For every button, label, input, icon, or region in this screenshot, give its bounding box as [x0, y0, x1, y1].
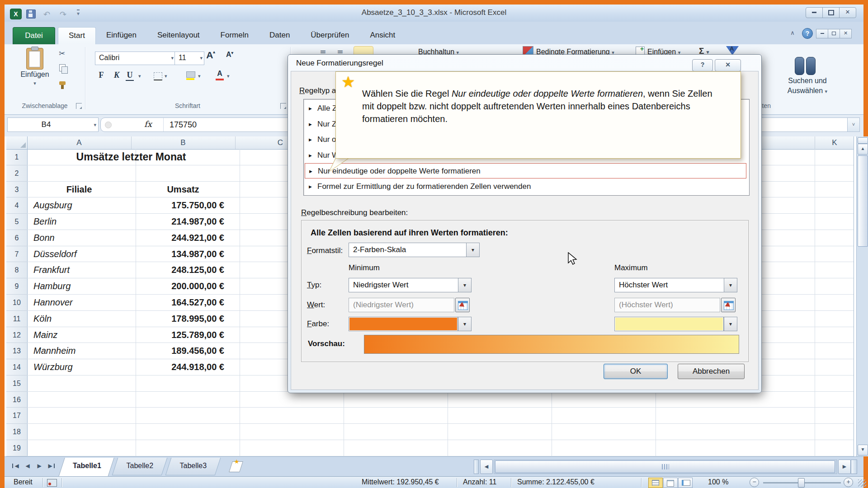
- find-select-button[interactable]: Suchen undAuswählen ▾: [768, 76, 847, 96]
- rule-type-item[interactable]: ► Nur eindeutige oder doppelte Werte for…: [305, 163, 746, 178]
- row-header[interactable]: 11: [6, 311, 27, 327]
- min-color-swatch[interactable]: [349, 317, 458, 331]
- cell-value[interactable]: 214.987,00 €: [131, 214, 235, 230]
- ribbon-tab[interactable]: Seitenlayout: [147, 27, 210, 44]
- min-value-input[interactable]: (Niedrigster Wert): [349, 298, 454, 312]
- cell-city[interactable]: Würzburg: [27, 359, 131, 375]
- row-header[interactable]: 17: [6, 408, 27, 424]
- first-sheet-icon[interactable]: ◀: [11, 460, 21, 471]
- cell-value[interactable]: 125.789,00 €: [131, 327, 235, 343]
- scroll-down-icon[interactable]: ▼: [858, 445, 868, 455]
- italic-button[interactable]: K: [111, 70, 122, 80]
- collapse-ribbon-icon[interactable]: ∧: [787, 28, 798, 38]
- zoom-level[interactable]: 100 %: [708, 478, 728, 486]
- max-value-input[interactable]: (Höchster Wert): [614, 298, 720, 312]
- cell-value[interactable]: 248.125,00 €: [131, 262, 235, 278]
- formula-value[interactable]: 175750: [170, 118, 197, 131]
- tab-datei[interactable]: Datei: [13, 27, 55, 45]
- cancel-button[interactable]: Abbrechen: [678, 364, 745, 379]
- save-icon[interactable]: [26, 9, 36, 19]
- cell-city[interactable]: Köln: [27, 311, 131, 327]
- font-color-dropdown-icon[interactable]: ▾: [227, 73, 230, 79]
- next-sheet-icon[interactable]: ▶: [34, 460, 44, 471]
- underline-button[interactable]: U: [126, 70, 134, 81]
- tab-split-handle[interactable]: [474, 460, 479, 474]
- zoom-slider-thumb[interactable]: [798, 478, 805, 488]
- cell-city[interactable]: Düsseldorf: [27, 246, 131, 263]
- row-header[interactable]: 3: [6, 182, 27, 198]
- cell-value[interactable]: 178.995,00 €: [131, 311, 235, 327]
- vscroll-thumb[interactable]: [858, 155, 868, 247]
- cell-b3-header[interactable]: Umsatz: [131, 182, 235, 198]
- ribbon-tab[interactable]: Start: [58, 27, 96, 44]
- row-header[interactable]: 5: [6, 214, 27, 230]
- cell-city[interactable]: Bonn: [27, 230, 131, 246]
- cell-city[interactable]: Mainz: [27, 327, 131, 343]
- zoom-in-icon[interactable]: +: [844, 478, 853, 487]
- max-type-combo[interactable]: Höchster Wert ▾: [614, 278, 737, 292]
- qat-dropdown-icon[interactable]: ▾: [77, 9, 80, 17]
- cell-value[interactable]: 164.527,00 €: [131, 295, 235, 311]
- row-header[interactable]: 4: [6, 197, 27, 214]
- dropdown-icon[interactable]: ▾: [724, 278, 737, 292]
- doc-minimize-button[interactable]: [816, 29, 828, 38]
- doc-close-button[interactable]: ✕: [840, 29, 852, 38]
- ribbon-tab[interactable]: Formeln: [210, 27, 259, 44]
- cell-city[interactable]: Augsburg: [27, 197, 131, 214]
- hscroll-right-icon[interactable]: ▶: [838, 460, 851, 474]
- min-color-dropdown[interactable]: ▾: [458, 317, 472, 331]
- row-header[interactable]: 12: [6, 327, 27, 343]
- font-name-combo[interactable]: Calibri▾: [95, 52, 175, 65]
- row-header[interactable]: 1: [6, 149, 27, 165]
- ribbon-tab[interactable]: Daten: [259, 27, 300, 44]
- last-sheet-icon[interactable]: ▶: [46, 460, 56, 471]
- page-layout-view-icon[interactable]: [663, 478, 678, 488]
- font-size-combo[interactable]: 11▾: [175, 52, 204, 65]
- expand-formula-bar-icon[interactable]: ˅: [847, 117, 860, 132]
- resize-grip[interactable]: [858, 479, 866, 487]
- hscroll-thumb[interactable]: [495, 460, 835, 473]
- normal-view-icon[interactable]: [648, 478, 663, 488]
- paste-button[interactable]: Einfügen▾: [14, 70, 55, 87]
- ribbon-tab[interactable]: Überprüfen: [300, 27, 359, 44]
- clipboard-dialog-launcher-icon[interactable]: [76, 103, 82, 109]
- sheet-tab[interactable]: Tabelle2: [112, 458, 168, 475]
- page-break-view-icon[interactable]: [678, 478, 693, 488]
- row-header[interactable]: 13: [6, 343, 27, 359]
- row-header[interactable]: 10: [6, 295, 27, 311]
- select-all-corner[interactable]: [6, 136, 28, 150]
- fx-icon[interactable]: fx: [144, 119, 152, 129]
- restore-button[interactable]: [822, 7, 840, 18]
- dialog-close-icon[interactable]: ✕: [715, 59, 741, 71]
- font-dialog-launcher-icon[interactable]: [280, 103, 286, 109]
- vertical-scrollbar[interactable]: ▲ ▼: [856, 136, 868, 456]
- cell-a3-header[interactable]: Filiale: [27, 182, 131, 198]
- grow-font-icon[interactable]: A▴: [205, 50, 216, 61]
- bold-button[interactable]: F: [96, 70, 107, 80]
- cell-city[interactable]: Hamburg: [27, 278, 131, 295]
- name-box[interactable]: B4 ▾: [7, 117, 99, 132]
- borders-dropdown-icon[interactable]: ▾: [165, 73, 167, 79]
- row-header[interactable]: 14: [6, 359, 27, 375]
- cell-city[interactable]: Frankfurt: [27, 262, 131, 278]
- rule-type-item[interactable]: ► Formel zur Ermittlung der zu formatier…: [305, 179, 746, 194]
- prev-sheet-icon[interactable]: ◀: [23, 460, 33, 471]
- column-header-k[interactable]: K: [815, 136, 854, 149]
- column-header[interactable]: A: [27, 136, 132, 149]
- insert-sheet-icon[interactable]: [229, 461, 243, 472]
- cell-value[interactable]: 134.987,00 €: [131, 246, 235, 263]
- name-box-dropdown-icon[interactable]: ▾: [94, 118, 96, 131]
- row-header[interactable]: 6: [6, 230, 27, 246]
- row-header[interactable]: 2: [6, 165, 27, 182]
- cell-city[interactable]: Mannheim: [27, 343, 131, 359]
- cut-icon[interactable]: ✂: [59, 49, 65, 58]
- cell-city[interactable]: Berlin: [27, 214, 131, 230]
- row-header[interactable]: 18: [6, 424, 27, 440]
- max-range-picker-icon[interactable]: [721, 298, 736, 312]
- fill-color-dropdown-icon[interactable]: ▾: [198, 73, 201, 79]
- underline-dropdown-icon[interactable]: ▾: [138, 73, 141, 79]
- undo-icon[interactable]: ↶: [43, 9, 50, 19]
- fill-color-icon[interactable]: [186, 71, 195, 78]
- scroll-up-icon[interactable]: ▲: [858, 144, 868, 155]
- borders-icon[interactable]: [154, 72, 162, 80]
